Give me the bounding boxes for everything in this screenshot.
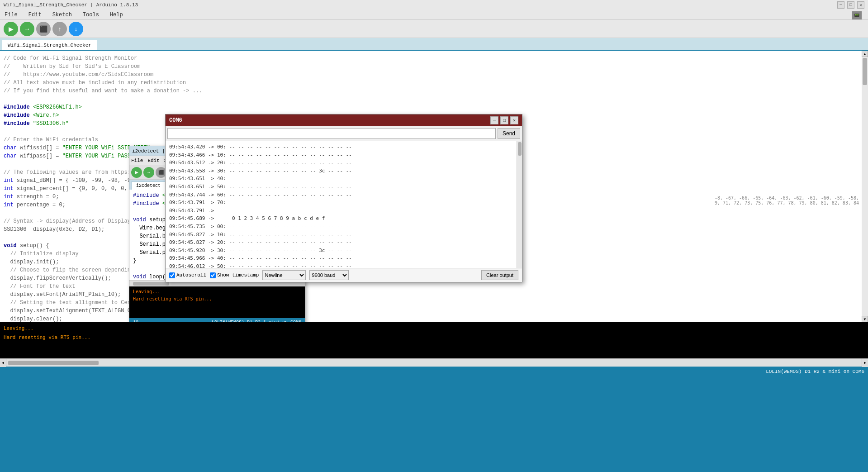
output-line: 09:54:45.689 -> 0 1 2 3 4 5 6 7 8 9 a b … — [169, 215, 518, 223]
output-line: 09:54:43.791 -> 70: -- -- -- -- -- -- --… — [169, 199, 518, 207]
autoscroll-label[interactable]: Autoscroll — [169, 272, 206, 278]
menu-file[interactable]: File — [2, 11, 20, 19]
menu-bar: File Edit Sketch Tools Help — [0, 10, 868, 20]
open-btn[interactable]: ↓ — [69, 22, 83, 36]
i2c-menu-file[interactable]: File — [131, 158, 143, 163]
menu-sketch[interactable]: Sketch — [50, 11, 75, 19]
main-vscrollbar[interactable]: ▲ ▼ — [862, 51, 868, 322]
com6-window-controls: ─ □ ✕ — [490, 116, 518, 124]
title-bar: Wifi_Signal_Strength_Checker | Arduino 1… — [0, 0, 868, 10]
toolbar: ▶ → ⬛ ↑ ↓ 📟 — [0, 20, 868, 38]
menu-tools[interactable]: Tools — [80, 11, 102, 19]
serial-monitor-btn[interactable]: 📟 — [852, 11, 862, 19]
window-controls: ─ □ ✕ — [837, 1, 864, 9]
autoscroll-checkbox[interactable] — [169, 272, 175, 278]
close-btn[interactable]: ✕ — [857, 1, 864, 9]
i2c-console-line: Hard resetting via RTS pin... — [133, 296, 301, 303]
com6-vscroll[interactable] — [517, 141, 522, 268]
i2c-console: Leaving... Hard resetting via RTS pin... — [129, 286, 305, 318]
baud-rate-select[interactable]: 9600 baud 115200 baud — [309, 270, 349, 280]
new-btn[interactable]: ↑ — [52, 22, 67, 36]
maximize-btn[interactable]: □ — [847, 1, 854, 9]
menu-help[interactable]: Help — [107, 11, 126, 19]
i2c-verify-btn[interactable]: ▶ — [131, 167, 142, 178]
output-line: 09:54:43.791 -> — [169, 207, 518, 215]
app-title: Wifi_Signal_Strength_Checker | Arduino 1… — [4, 2, 138, 8]
minimize-btn[interactable]: ─ — [837, 1, 844, 9]
tab-main[interactable]: Wifi_Signal_Strength_Checker — [2, 40, 97, 50]
clear-output-btn[interactable]: Clear output — [481, 270, 518, 280]
output-line: 09:54:45.735 -> 00: -- -- -- -- -- -- --… — [169, 223, 518, 231]
i2c-upload-btn[interactable]: → — [143, 167, 154, 178]
i2c-line-number: 10 — [133, 320, 138, 323]
output-line: 09:54:43.466 -> 10: -- -- -- -- -- -- --… — [169, 151, 518, 159]
menu-edit[interactable]: Edit — [26, 11, 44, 19]
i2c-console-line: Leaving... — [133, 288, 301, 296]
scroll-up-arrow[interactable]: ▲ — [862, 51, 868, 57]
output-line: 09:54:45.827 -> 20: -- -- -- -- -- -- --… — [169, 238, 518, 247]
com6-dialog: COM6 ─ □ ✕ Send 09:54:43.420 -> 00: -- -… — [165, 114, 522, 282]
board-port-info: LOLIN(WEMOS) D1 R2 & mini on COM6 — [766, 369, 864, 374]
com6-output[interactable]: 09:54:43.420 -> 00: -- -- -- -- -- -- --… — [166, 141, 522, 268]
com6-titlebar: COM6 ─ □ ✕ — [166, 114, 522, 126]
com6-footer: Autoscroll Show timestamp Newline No lin… — [166, 268, 522, 282]
com6-minimize-btn[interactable]: ─ — [490, 116, 498, 124]
output-line: 09:54:45.920 -> 30: -- -- -- -- -- -- --… — [169, 247, 518, 255]
debug-btn[interactable]: ⬛ — [36, 22, 51, 36]
vscroll-thumb[interactable] — [863, 58, 867, 85]
com6-close-btn[interactable]: ✕ — [510, 116, 518, 124]
status-bar: LOLIN(WEMOS) D1 R2 & mini on COM6 — [0, 367, 868, 377]
bottom-console: Leaving... Hard resetting via RTS pin... — [0, 322, 868, 358]
output-line: 09:54:43.558 -> 30: -- -- -- -- -- -- --… — [169, 167, 518, 175]
com6-send-btn[interactable]: Send — [498, 128, 520, 139]
timestamp-checkbox[interactable] — [210, 272, 216, 278]
console-line: Hard resetting via RTS pin... — [4, 333, 864, 342]
code-overflow-right: -8, -67, -66, -65, -64, -63, -62, -61, -… — [715, 195, 859, 205]
output-line: 09:54:43.744 -> 60: -- -- -- -- -- -- --… — [169, 191, 518, 199]
tab-bar: Wifi_Signal_Strength_Checker — [0, 38, 868, 51]
com6-maximize-btn[interactable]: □ — [500, 116, 508, 124]
hscroll-left-btn[interactable]: ◀ — [0, 359, 6, 367]
i2c-hscroll-thumb[interactable] — [133, 282, 169, 286]
output-line: 09:54:45.966 -> 40: -- -- -- -- -- -- --… — [169, 254, 518, 262]
output-line: 09:54:43.651 -> 50: -- -- -- -- -- -- --… — [169, 183, 518, 191]
hscroll-right-btn[interactable]: ▶ — [862, 359, 868, 367]
verify-btn[interactable]: ▶ — [4, 22, 18, 36]
com6-input[interactable] — [167, 128, 496, 139]
com6-input-bar: Send — [166, 126, 522, 141]
i2c-status-bar: 10 LOLIN(WEMOS) D1 R2 & mini on COM6 — [129, 318, 305, 322]
console-line: Leaving... — [4, 324, 864, 333]
newline-select[interactable]: Newline No line ending Carriage return B… — [262, 270, 306, 280]
output-line: 09:54:43.651 -> 40: -- -- -- -- -- -- --… — [169, 175, 518, 183]
timestamp-label[interactable]: Show timestamp — [210, 272, 259, 278]
output-line: 09:54:46.012 -> 50: -- -- -- -- -- -- --… — [169, 262, 518, 268]
upload-btn[interactable]: → — [20, 22, 34, 36]
scroll-down-arrow[interactable]: ▼ — [862, 316, 868, 322]
i2c-tab[interactable]: i2cdetect — [131, 181, 166, 190]
main-area: ▲ ▼ // Code for Wi-Fi Signal Strength Mo… — [0, 51, 868, 322]
i2c-menu-edit[interactable]: Edit — [147, 158, 159, 163]
hscroll-thumb[interactable] — [8, 361, 99, 365]
main-hscrollbar[interactable]: ◀ ▶ — [0, 358, 868, 367]
com6-title: COM6 — [169, 117, 182, 124]
i2c-board-info: LOLIN(WEMOS) D1 R2 & mini on COM6 — [212, 320, 301, 323]
output-line: 09:54:43.420 -> 00: -- -- -- -- -- -- --… — [169, 143, 518, 151]
output-line: 09:54:43.512 -> 20: -- -- -- -- -- -- --… — [169, 159, 518, 167]
output-line: 09:54:45.827 -> 10: -- -- -- -- -- -- --… — [169, 231, 518, 239]
